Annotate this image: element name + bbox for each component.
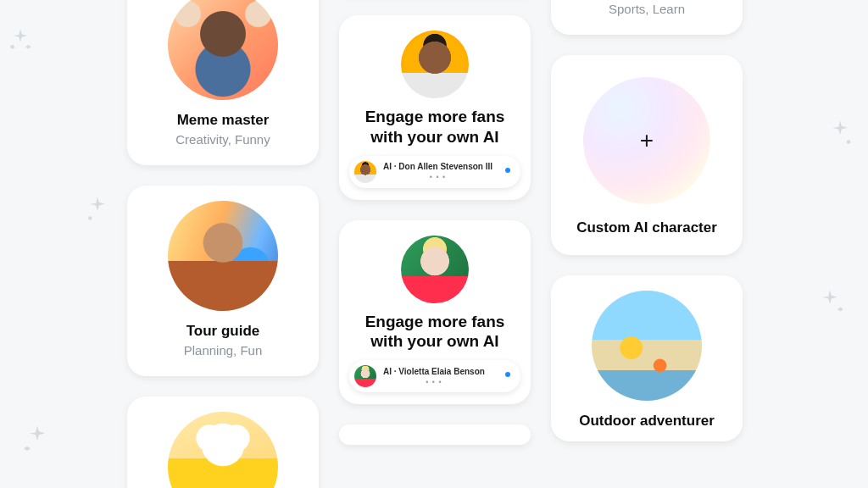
character-card-meme-master[interactable]: Meme master Creativity, Funny [127, 0, 319, 165]
card-title: Outdoor adventurer [563, 413, 731, 430]
svg-marker-5 [837, 308, 843, 312]
column-2: Engage more fans with your own AI AI · D… [339, 0, 531, 488]
custom-ai-card[interactable]: + Custom AI character [551, 55, 743, 255]
svg-marker-1 [25, 45, 31, 49]
character-card-popcorn[interactable] [127, 396, 319, 488]
avatar [401, 236, 469, 303]
sparkle-icon [24, 424, 51, 451]
ai-creator-pill[interactable]: AI · Violetta Elaia Benson • • • [349, 360, 520, 392]
card-title: Meme master [139, 112, 307, 129]
character-card-athletic-trainer[interactable]: Athletic trainer Sports, Learn [551, 0, 743, 35]
pill-label: AI · Violetta Elaia Benson [383, 367, 485, 376]
promo-card-violetta[interactable]: Engage more fans with your own AI AI · V… [339, 220, 531, 405]
pill-typing-dots: • • • [383, 378, 485, 386]
sparkle-icon [8, 27, 32, 51]
pill-avatar [354, 365, 376, 387]
svg-point-4 [847, 140, 851, 144]
pill-typing-dots: • • • [383, 173, 492, 181]
pill-avatar [354, 161, 376, 183]
svg-marker-3 [24, 446, 31, 451]
promo-card-don[interactable]: Engage more fans with your own AI AI · D… [339, 15, 531, 200]
sparkle-icon [817, 288, 843, 313]
card-tags: Sports, Learn [563, 2, 731, 16]
plus-icon: + [583, 77, 710, 204]
card-tags: Creativity, Funny [139, 132, 307, 147]
card-title: Custom AI character [563, 219, 731, 236]
ai-creator-pill[interactable]: AI · Don Allen Stevenson III • • • [349, 156, 520, 188]
card-tags: Planning, Fun [139, 343, 307, 358]
promo-headline: Engage more fans with your own AI [351, 312, 519, 352]
pill-label: AI · Don Allen Stevenson III [383, 162, 492, 171]
unread-dot-icon [505, 372, 510, 377]
card-peek [339, 424, 531, 445]
card-title: Tour guide [139, 323, 307, 340]
svg-point-0 [10, 45, 14, 49]
promo-headline: Engage more fans with your own AI [351, 107, 519, 147]
avatar [168, 412, 278, 488]
avatar [168, 201, 278, 311]
svg-point-2 [88, 216, 92, 220]
character-card-tour-guide[interactable]: Tour guide Planning, Fun [127, 186, 319, 376]
character-card-outdoor-adventurer[interactable]: Outdoor adventurer [551, 275, 743, 441]
avatar [401, 30, 469, 98]
column-1: Meme master Creativity, Funny Tour guide… [127, 0, 319, 488]
unread-dot-icon [505, 168, 510, 173]
avatar [592, 291, 702, 401]
avatar [168, 0, 278, 100]
sparkle-icon [827, 119, 853, 144]
sparkle-icon [85, 195, 110, 220]
column-3: Athletic trainer Sports, Learn + Custom … [551, 0, 743, 488]
